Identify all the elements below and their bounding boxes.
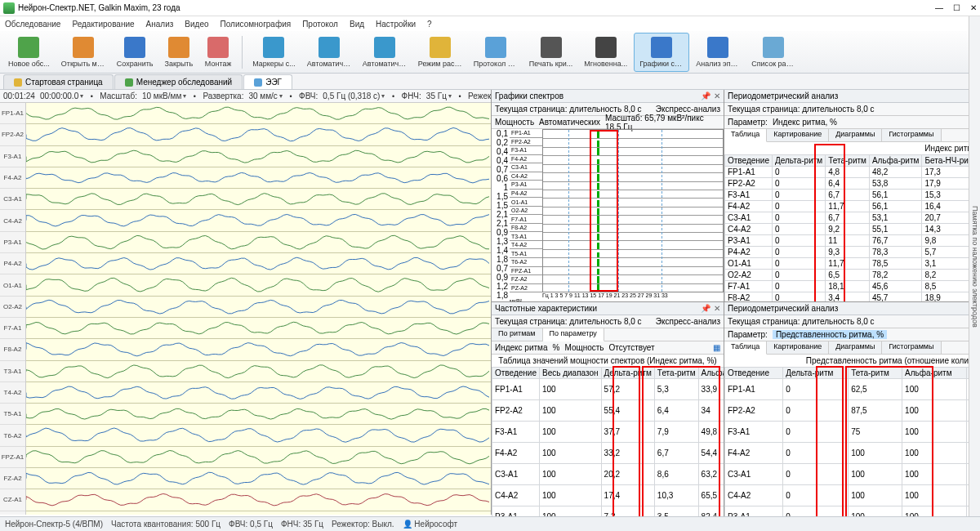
channel-label[interactable]: CZ-A1: [0, 489, 25, 511]
table-row[interactable]: P4-A209,378,35,76,51008,4: [725, 247, 981, 258]
menu-item[interactable]: ?: [427, 20, 432, 29]
toolbar-button[interactable]: Графики сп...: [634, 33, 689, 72]
auto-dropdown[interactable]: Автоматических: [539, 118, 600, 127]
toolbar-button[interactable]: Открыть ме...: [56, 33, 110, 72]
channel-label[interactable]: P3-A1: [0, 232, 25, 253]
toolbar-button[interactable]: Печать кри...: [524, 33, 577, 72]
channel-label[interactable]: F7-A1: [0, 318, 25, 339]
menu-item[interactable]: Протокол: [302, 20, 338, 29]
channel-label[interactable]: O2-A2: [0, 297, 25, 318]
toolbar-button[interactable]: Автоматиче...: [302, 33, 356, 72]
document-tab[interactable]: Менеджер обследований: [114, 74, 243, 89]
table-row[interactable]: C4-A209,255,114,314,11005,9: [725, 224, 981, 235]
toolbar-button[interactable]: Закрыть: [160, 33, 198, 72]
table-row[interactable]: F4-A210033,26,754,4▾54: [492, 443, 724, 464]
menu-item[interactable]: Полисомнография: [220, 20, 292, 29]
table-row[interactable]: O2-A206,578,28,25,310012,1: [725, 270, 981, 281]
menu-item[interactable]: Видео: [185, 20, 208, 29]
table-row[interactable]: C4-A20100100▾10087,5: [725, 485, 981, 506]
eeg-time2[interactable]: 00:00:00.0: [40, 91, 83, 100]
menu-item[interactable]: Настройки: [376, 20, 416, 29]
channel-label[interactable]: C3-A1: [0, 189, 25, 210]
toolbar-button[interactable]: Автоматиче...: [358, 33, 412, 72]
table-row[interactable]: F3-A1075100▾100100: [725, 422, 981, 443]
toolbar-button[interactable]: Сохранить: [112, 33, 158, 72]
channel-label[interactable]: F8-A2: [0, 339, 25, 360]
close-icon[interactable]: ✕: [714, 304, 720, 313]
toolbar-button[interactable]: Режим расс...: [413, 33, 467, 72]
panel-tab[interactable]: Картирование: [767, 129, 829, 141]
table-row[interactable]: FP1-A1062,5100▾100100: [725, 379, 981, 400]
toolbar-button[interactable]: Список раб...: [746, 33, 800, 72]
channel-label[interactable]: PZ-A2: [0, 511, 25, 515]
waveform-area[interactable]: [26, 103, 491, 515]
channel-label[interactable]: FP1-A1: [0, 103, 25, 124]
menu-item[interactable]: Редактирование: [72, 20, 134, 29]
channel-label[interactable]: F4-A2: [0, 167, 25, 189]
channel-label[interactable]: T6-A2: [0, 425, 25, 446]
param-dropdown[interactable]: Индекс ритма, %: [773, 118, 837, 127]
table-row[interactable]: C3-A10100100▾100100: [725, 464, 981, 485]
pin-icon[interactable]: 📌: [701, 304, 710, 313]
panel-tab[interactable]: Таблица: [724, 341, 767, 355]
document-tab[interactable]: ЭЭГ: [243, 74, 292, 89]
minimize-button[interactable]: —: [935, 3, 943, 12]
table-row[interactable]: F8-A203,445,718,911,410013,1: [725, 292, 981, 302]
lpf-dropdown[interactable]: 35 Гц: [426, 91, 452, 100]
panel-tab[interactable]: По параметру: [543, 328, 604, 341]
hpf-dropdown[interactable]: 0,5 Гц (0,318 с): [323, 91, 385, 100]
channel-label[interactable]: F3-A1: [0, 146, 25, 167]
menu-item[interactable]: Анализ: [146, 20, 174, 29]
channel-label[interactable]: T5-A1: [0, 404, 25, 425]
table-row[interactable]: C3-A110020,28,663,2▾63: [492, 464, 724, 485]
table-row[interactable]: C3-A106,753,120,710,11007,9: [725, 212, 981, 224]
table-row[interactable]: P3-A101176,79,81,21007,0: [725, 235, 981, 247]
channel-label[interactable]: P4-A2: [0, 253, 25, 274]
toolbar-button[interactable]: Мгновенна...: [579, 33, 632, 72]
table-row[interactable]: C4-A210017,410,365,5▾66: [492, 485, 724, 506]
table-row[interactable]: F7-A1018,145,68,510,11002,5: [725, 281, 981, 292]
close-button[interactable]: ✕: [970, 3, 977, 12]
table-row[interactable]: F4-A2011,756,116,48,21004,7: [725, 201, 981, 212]
toolbar-button[interactable]: Протокол п...: [469, 33, 523, 72]
table-row[interactable]: FP2-A2087,5100▾100100: [725, 400, 981, 422]
table-row[interactable]: F3-A110037,77,949,8▾50: [492, 422, 724, 443]
param-dropdown[interactable]: Представленность ритма, %: [773, 330, 887, 339]
channel-label[interactable]: FP2-A2: [0, 124, 25, 145]
table-row[interactable]: FP1-A104,848,217,38,310010,0: [725, 167, 981, 178]
panel-tab[interactable]: Картирование: [767, 341, 829, 354]
power-dropdown[interactable]: Мощность: [495, 118, 534, 127]
table-row[interactable]: F4-A20100100▾100100: [725, 443, 981, 464]
channel-label[interactable]: T3-A1: [0, 361, 25, 382]
express-dropdown[interactable]: Экспресс-анализ: [656, 105, 720, 114]
pin-icon[interactable]: 📌: [701, 91, 710, 100]
side-memo-strip[interactable]: Памятка по наложению электродов: [969, 16, 980, 516]
panel-tab[interactable]: Таблица: [724, 129, 767, 142]
scale-dropdown[interactable]: 10 мкВ/мм: [142, 91, 186, 100]
toolbar-button[interactable]: Анализ эпи...: [691, 33, 745, 72]
panel-tab[interactable]: Диаграммы: [829, 341, 882, 354]
document-tab[interactable]: Стартовая страница: [3, 74, 114, 89]
channel-label[interactable]: C4-A2: [0, 210, 25, 231]
table-row[interactable]: O1-A1011,778,53,13,11006,7: [725, 258, 981, 270]
toolbar-button[interactable]: Маркеры с...: [247, 33, 301, 72]
toolbar-button[interactable]: Монтаж: [199, 33, 237, 72]
channel-label[interactable]: FPZ-A1: [0, 447, 25, 468]
panel-tab[interactable]: Гистограммы: [882, 341, 941, 354]
sweep-dropdown[interactable]: 30 мм/с: [248, 91, 282, 100]
channel-label[interactable]: T4-A2: [0, 382, 25, 404]
menu-item[interactable]: Вид: [350, 20, 364, 29]
channel-label[interactable]: O1-A1: [0, 274, 25, 296]
panel-tab[interactable]: По ритмам: [492, 328, 543, 341]
close-icon[interactable]: ✕: [714, 91, 720, 100]
menu-item[interactable]: Обследование: [5, 20, 60, 29]
table-row[interactable]: FP1-A110057,25,333,9▾34: [492, 379, 724, 400]
toolbar-button[interactable]: Новое обс...: [3, 33, 55, 72]
channel-label[interactable]: FZ-A2: [0, 468, 25, 489]
panel-tab[interactable]: Гистограммы: [882, 129, 941, 141]
table-row[interactable]: FP2-A210055,46,434▾34: [492, 400, 724, 422]
table-row[interactable]: F3-A106,756,115,38,81008,9: [725, 190, 981, 201]
table-row[interactable]: FP2-A206,453,817,99,21008,4: [725, 178, 981, 190]
maximize-button[interactable]: ☐: [953, 3, 960, 12]
grid-icon[interactable]: ▦: [713, 343, 720, 352]
